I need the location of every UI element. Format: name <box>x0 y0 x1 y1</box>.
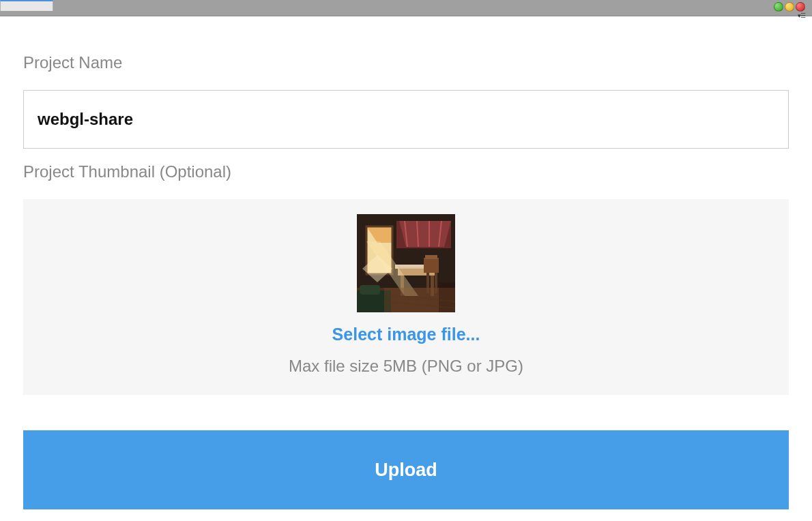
project-name-label: Project Name <box>23 53 789 72</box>
project-thumbnail-label: Project Thumbnail (Optional) <box>23 162 789 181</box>
svg-rect-17 <box>425 255 437 259</box>
upload-button[interactable]: Upload <box>23 430 789 509</box>
traffic-light-yellow-icon[interactable] <box>785 2 794 12</box>
file-hint-text: Max file size 5MB (PNG or JPG) <box>23 357 789 376</box>
traffic-light-red-icon[interactable] <box>796 2 805 12</box>
project-name-input[interactable] <box>23 90 789 149</box>
svg-rect-23 <box>360 285 380 295</box>
panel-options-icon[interactable]: ▾☰ <box>798 12 805 19</box>
select-image-link[interactable]: Select image file... <box>332 325 480 344</box>
thumbnail-preview-image <box>357 214 455 312</box>
window-titlebar: ▾☰ <box>0 0 812 16</box>
window-controls <box>774 2 805 12</box>
traffic-light-green-icon[interactable] <box>774 2 783 12</box>
thumbnail-dropzone[interactable]: Select image file... Max file size 5MB (… <box>23 199 789 395</box>
svg-rect-16 <box>424 258 439 273</box>
editor-tab[interactable] <box>0 0 53 11</box>
upload-form: Project Name Project Thumbnail (Optional… <box>0 16 812 509</box>
